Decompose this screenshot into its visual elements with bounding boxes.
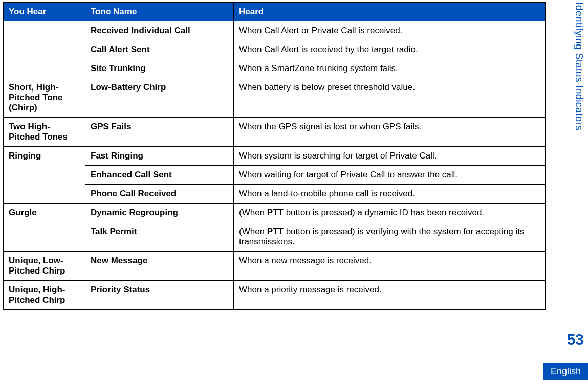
- col-header-tone-name: Tone Name: [85, 3, 234, 21]
- heard-pre: (When: [239, 227, 267, 236]
- cell-tone-name: Talk Permit: [85, 222, 234, 252]
- cell-you-hear: Unique, High-Pitched Chirp: [4, 281, 85, 310]
- cell-heard: When battery is below preset threshold v…: [234, 78, 546, 118]
- table-row: Unique, High-Pitched Chirp Priority Stat…: [4, 281, 546, 310]
- cell-tone-name: GPS Fails: [85, 118, 234, 147]
- table-row: Ringing Fast Ringing When system is sear…: [4, 147, 546, 166]
- cell-tone-name: Phone Call Received: [85, 185, 234, 204]
- cell-tone-name: Call Alert Sent: [85, 40, 234, 59]
- cell-heard: When a SmartZone trunking system fails.: [234, 59, 546, 78]
- tones-table: You Hear Tone Name Heard Received Indivi…: [3, 2, 546, 310]
- cell-heard: (When PTT button is pressed) is verifyin…: [234, 222, 546, 252]
- heard-pre: (When: [239, 208, 267, 217]
- section-title: Identifying Status Indicators: [573, 2, 585, 131]
- table-row: Gurgle Dynamic Regrouping (When PTT butt…: [4, 204, 546, 222]
- cell-heard: When a land-to-mobile phone call is rece…: [234, 185, 546, 204]
- language-tab: English: [543, 363, 588, 380]
- cell-heard: When system is searching for target of P…: [234, 147, 546, 166]
- cell-you-hear: Unique, Low-Pitched Chirp: [4, 252, 85, 281]
- heard-post: button is pressed) a dynamic ID has been…: [284, 208, 484, 217]
- cell-you-hear: [4, 21, 85, 78]
- cell-tone-name: Received Individual Call: [85, 21, 234, 40]
- cell-heard: When the GPS signal is lost or when GPS …: [234, 118, 546, 147]
- cell-tone-name: Site Trunking: [85, 59, 234, 78]
- cell-tone-name: Enhanced Call Sent: [85, 166, 234, 185]
- cell-tone-name: Priority Status: [85, 281, 234, 310]
- heard-bold: PTT: [267, 227, 284, 236]
- table-row: Received Individual Call When Call Alert…: [4, 21, 546, 40]
- cell-tone-name: Dynamic Regrouping: [85, 204, 234, 222]
- cell-you-hear: Short, High-Pitched Tone (Chirp): [4, 78, 85, 118]
- cell-you-hear: Two High-Pitched Tones: [4, 118, 85, 147]
- cell-tone-name: New Message: [85, 252, 234, 281]
- table-row: Unique, Low-Pitched Chirp New Message Wh…: [4, 252, 546, 281]
- cell-heard: When Call Alert or Private Call is recei…: [234, 21, 546, 40]
- cell-heard: When a new message is received.: [234, 252, 546, 281]
- cell-tone-name: Low-Battery Chirp: [85, 78, 234, 118]
- cell-you-hear: Ringing: [4, 147, 85, 204]
- table-row: Two High-Pitched Tones GPS Fails When th…: [4, 118, 546, 147]
- table-row: Short, High-Pitched Tone (Chirp) Low-Bat…: [4, 78, 546, 118]
- cell-heard: When waiting for target of Private Call …: [234, 166, 546, 185]
- page-number: 53: [567, 331, 584, 348]
- cell-heard: When Call Alert is received by the targe…: [234, 40, 546, 59]
- heard-bold: PTT: [267, 208, 284, 217]
- cell-heard: When a priority message is received.: [234, 281, 546, 310]
- right-rail: Identifying Status Indicators 53 English: [547, 0, 588, 384]
- table-header-row: You Hear Tone Name Heard: [4, 3, 546, 21]
- cell-heard: (When PTT button is pressed) a dynamic I…: [234, 204, 546, 222]
- col-header-you-hear: You Hear: [4, 3, 85, 21]
- col-header-heard: Heard: [234, 3, 546, 21]
- page-content: You Hear Tone Name Heard Received Indivi…: [3, 2, 546, 310]
- cell-tone-name: Fast Ringing: [85, 147, 234, 166]
- cell-you-hear: Gurgle: [4, 204, 85, 252]
